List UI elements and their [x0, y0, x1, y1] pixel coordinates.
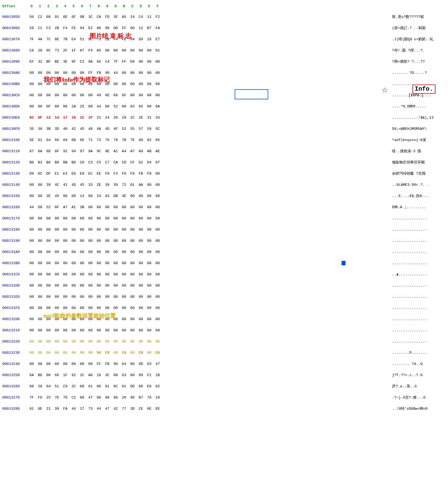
byte-00013180-10[interactable]: 00 — [111, 228, 120, 232]
byte-00013230-9[interactable]: C0 — [103, 351, 111, 355]
byte-00013140-12[interactable]: 01 — [128, 183, 137, 187]
byte-000130C0-9[interactable]: 6E — [103, 93, 111, 97]
byte-00013120-10[interactable]: CA — [111, 160, 120, 165]
byte-00013200-15[interactable]: 00 — [153, 317, 162, 321]
byte-000131B0-3[interactable]: 00 — [53, 261, 61, 265]
byte-00013160-8[interactable]: 00 — [95, 205, 103, 209]
offset-00013280[interactable]: 00013280 — [2, 407, 27, 411]
byte-00013140-15[interactable]: 00 — [153, 183, 162, 187]
byte-00013050-7[interactable]: 3C — [86, 15, 95, 19]
byte-00013140-2[interactable]: 39 — [44, 183, 53, 187]
offset-00013100[interactable]: 00013100 — [2, 138, 27, 142]
offset-00013150[interactable]: 00013150 — [2, 194, 27, 198]
byte-000131D0-1[interactable]: 00 — [36, 284, 44, 288]
offset-00013090[interactable]: 00013090 — [2, 60, 27, 64]
byte-000131A0-10[interactable]: 00 — [111, 250, 120, 254]
byte-00013140-9[interactable]: 39 — [103, 183, 111, 187]
byte-000130A0-7[interactable]: FF — [86, 71, 95, 75]
byte-00013150-15[interactable]: 00 — [153, 194, 162, 198]
byte-00013170-5[interactable]: 00 — [69, 216, 78, 221]
byte-000131A0-13[interactable]: 00 — [137, 250, 145, 254]
byte-000130F0-2[interactable]: 3B — [44, 127, 53, 131]
offset-00013120[interactable]: 00013120 — [2, 160, 27, 165]
byte-000131F0-12[interactable]: 00 — [128, 306, 137, 310]
byte-00013060-1[interactable]: C1 — [36, 26, 44, 30]
byte-00013100-15[interactable]: 85 — [153, 138, 162, 142]
byte-000131C0-13[interactable]: 00 — [137, 272, 145, 277]
byte-000130D0-0[interactable]: 00 — [27, 104, 36, 109]
byte-00013160-15[interactable]: 00 — [153, 205, 162, 209]
byte-000130B0-13[interactable]: 00 — [137, 82, 145, 86]
byte-00013190-14[interactable]: 00 — [145, 239, 153, 243]
byte-000131D0-13[interactable]: 00 — [137, 284, 145, 288]
byte-00013080-6[interactable]: 87 — [78, 48, 86, 53]
byte-00013240-11[interactable]: 64 — [120, 362, 128, 366]
byte-00013180-3[interactable]: 00 — [53, 228, 61, 232]
byte-00013170-15[interactable]: 00 — [153, 216, 162, 221]
byte-00013080-10[interactable]: 00 — [111, 48, 120, 53]
byte-00013160-4[interactable]: A7 — [61, 205, 69, 209]
offset-000130A0[interactable]: 000130A0 — [2, 71, 27, 75]
byte-00013100-7[interactable]: 71 — [86, 138, 95, 142]
byte-00013130-12[interactable]: F8 — [128, 172, 137, 176]
byte-00013070-8[interactable]: 73 — [95, 37, 103, 41]
offset-00013160[interactable]: 00013160 — [2, 205, 27, 209]
offset-00013260[interactable]: 00013260 — [2, 384, 27, 388]
byte-00013170-7[interactable]: 00 — [86, 216, 95, 221]
byte-000131B0-15[interactable]: 00 — [153, 261, 162, 265]
byte-00013110-12[interactable]: A7 — [128, 149, 137, 153]
byte-00013220-14[interactable]: 00 — [145, 340, 153, 344]
byte-00013200-7[interactable]: 00 — [86, 317, 95, 321]
offset-00013190[interactable]: 00013190 — [2, 239, 27, 243]
byte-000130E0-14[interactable]: 31 — [145, 116, 153, 120]
byte-000130A0-9[interactable]: 90 — [103, 71, 111, 75]
byte-00013090-10[interactable]: 7F — [111, 60, 120, 64]
byte-000131C0-4[interactable]: 00 — [61, 272, 69, 277]
offset-000130E0[interactable]: 000130E0 — [2, 116, 27, 120]
byte-00013140-8[interactable]: 2E — [95, 183, 103, 187]
byte-000130D0-2[interactable]: 0F — [44, 104, 53, 109]
byte-00013240-5[interactable]: 00 — [69, 362, 78, 366]
byte-000131C0-14[interactable]: 00 — [145, 272, 153, 277]
byte-000130F0-5[interactable]: 42 — [69, 127, 78, 131]
byte-00013200-10[interactable]: 00 — [111, 317, 120, 321]
byte-000131E0-12[interactable]: 00 — [128, 295, 137, 299]
byte-000131E0-15[interactable]: 00 — [153, 295, 162, 299]
byte-00013210-5[interactable]: 00 — [69, 328, 78, 333]
byte-00013080-9[interactable]: 00 — [103, 48, 111, 53]
byte-00013110-10[interactable]: A1 — [111, 149, 120, 153]
byte-00013150-12[interactable]: 00 — [128, 194, 137, 198]
byte-00013100-6[interactable]: 6E — [78, 138, 86, 142]
byte-00013270-8[interactable]: 88 — [95, 395, 103, 400]
byte-00013080-5[interactable]: 1F — [69, 48, 78, 53]
byte-000130F0-10[interactable]: 4F — [111, 127, 120, 131]
byte-000131C0-7[interactable]: 00 — [86, 272, 95, 277]
byte-00013140-7[interactable]: 33 — [86, 183, 95, 187]
byte-00013280-13[interactable]: CE — [137, 407, 145, 411]
byte-000130A0-8[interactable]: FB — [95, 71, 103, 75]
byte-00013050-4[interactable]: 6E — [61, 15, 69, 19]
offset-00013240[interactable]: 00013240 — [2, 362, 27, 366]
byte-00013260-9[interactable]: 01 — [103, 384, 111, 388]
byte-00013110-15[interactable]: AE — [153, 149, 162, 153]
byte-00013280-7[interactable]: 73 — [86, 407, 95, 411]
byte-000131B0-11[interactable]: 00 — [120, 261, 128, 265]
byte-00013150-6[interactable]: 14 — [78, 194, 86, 198]
byte-00013200-11[interactable]: 00 — [120, 317, 128, 321]
byte-00013110-0[interactable]: 87 — [27, 149, 36, 153]
byte-00013150-1[interactable]: 00 — [36, 194, 44, 198]
byte-00013160-12[interactable]: 00 — [128, 205, 137, 209]
byte-000131A0-8[interactable]: 00 — [95, 250, 103, 254]
byte-00013220-5[interactable]: 00 — [69, 340, 78, 344]
byte-00013130-15[interactable]: 00 — [153, 172, 162, 176]
offset-00013170[interactable]: 00013170 — [2, 216, 27, 221]
byte-00013230-11[interactable]: C0 — [120, 351, 128, 355]
byte-00013130-14[interactable]: FD — [145, 172, 153, 176]
byte-00013280-9[interactable]: 47 — [103, 407, 111, 411]
byte-00013050-2[interactable]: 08 — [44, 15, 53, 19]
byte-000130D0-6[interactable]: 25 — [78, 104, 86, 109]
byte-000131B0-6[interactable]: 00 — [78, 261, 86, 265]
byte-00013150-4[interactable]: 00 — [61, 194, 69, 198]
offset-000130B0[interactable]: 000130B0 — [2, 82, 27, 86]
byte-00013170-1[interactable]: 00 — [36, 216, 44, 221]
